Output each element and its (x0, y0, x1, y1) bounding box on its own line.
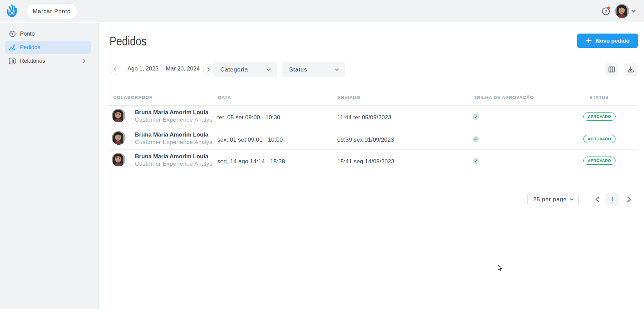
sidebar-item-label: Relatórios (20, 58, 45, 64)
table-row[interactable]: Bruna Maria Amorim Loula Customer Experi… (109, 106, 638, 127)
sidebar: Ponto Pedidos Relatórios (0, 23, 99, 309)
row-sent: 09:39 sex 01/09/2023 (337, 137, 394, 143)
chevron-right-icon (627, 197, 631, 202)
prev-page-button[interactable] (591, 194, 602, 205)
row-date: ter, 05 set 09:00 - 10:30 (217, 114, 280, 121)
date-range-separator: - (162, 65, 164, 72)
table-row[interactable]: Bruna Maria Amorim Loula Customer Experi… (109, 128, 638, 150)
row-avatar (112, 109, 125, 122)
chevron-right-icon (207, 67, 210, 72)
page-title: Pedidos (109, 34, 146, 48)
date-next-button[interactable] (203, 64, 214, 75)
status-badge: APROVADO (583, 135, 616, 143)
submenu-chevron-icon (82, 59, 85, 63)
sidebar-item-ponto[interactable]: Ponto (5, 27, 91, 40)
categoria-select-label: Categoria (220, 66, 248, 73)
download-button[interactable] (624, 63, 637, 76)
reports-icon (9, 58, 16, 64)
check-icon (474, 138, 478, 141)
approval-check-badge (473, 158, 479, 164)
user-avatar[interactable] (615, 4, 629, 18)
status-badge: APROVADO (583, 112, 616, 121)
approval-check-badge (473, 114, 479, 120)
chevron-left-icon (595, 197, 599, 202)
row-avatar (112, 131, 125, 145)
chevron-down-icon (335, 68, 339, 71)
chevron-left-icon (113, 67, 117, 72)
chevron-down-icon (267, 68, 271, 71)
app-logo-hand-icon (7, 4, 17, 18)
status-select[interactable]: Status (282, 62, 345, 77)
status-badge: APROVADO (583, 157, 616, 165)
check-icon (474, 116, 478, 118)
column-header-trilha: TRILHA DE APROVAÇÃO (474, 95, 534, 100)
main-content: Pedidos Novo pedido Ago 1, 2023 - Mar 20… (99, 23, 644, 309)
columns-icon (608, 66, 615, 73)
marcar-ponto-label: Marcar Ponto (33, 8, 71, 15)
page-number-1[interactable]: 1 (606, 193, 619, 206)
collaborator-name: Bruna Maria Amorim Loula (135, 109, 213, 116)
avatar-image (112, 109, 125, 122)
clock-in-icon (9, 30, 16, 37)
topbar: Marcar Ponto ? (0, 0, 644, 22)
categoria-select[interactable]: Categoria (214, 62, 277, 77)
date-range-start[interactable]: Ago 1, 2023 (127, 65, 159, 72)
avatar-image (112, 153, 125, 166)
table-row[interactable]: Bruna Maria Amorim Loula Customer Experi… (109, 150, 638, 171)
chevron-down-icon (570, 198, 573, 201)
plus-icon (586, 38, 592, 44)
help-button[interactable]: ? (601, 7, 611, 16)
status-select-label: Status (289, 66, 307, 73)
row-avatar (112, 153, 125, 166)
collaborator-role: Customer Experience Analyst (135, 161, 213, 167)
user-menu-chevron-icon[interactable] (631, 9, 636, 13)
notification-dot (607, 6, 610, 9)
check-icon (474, 160, 478, 162)
column-header-status: STATUS (589, 95, 609, 100)
column-header-data: DATA (218, 95, 231, 100)
row-sent: 11:44 ter 05/09/2023 (337, 114, 391, 121)
requests-icon (9, 44, 16, 51)
collaborator-name: Bruna Maria Amorim Loula (135, 153, 213, 160)
svg-text:?: ? (605, 9, 607, 14)
sidebar-item-pedidos[interactable]: Pedidos (5, 41, 91, 54)
download-icon (627, 66, 634, 73)
approval-check-badge (473, 136, 479, 142)
per-page-select[interactable]: 25 per page (527, 193, 579, 206)
date-prev-button[interactable] (109, 64, 120, 75)
row-date: sex, 01 set 09:00 - 10:00 (217, 137, 283, 143)
avatar-image (112, 131, 125, 145)
novo-pedido-label: Novo pedido (596, 38, 630, 44)
marcar-ponto-button[interactable]: Marcar Ponto (26, 3, 77, 19)
row-sent: 15:41 seg 14/08/2023 (337, 158, 394, 165)
columns-button[interactable] (605, 63, 618, 76)
sidebar-item-relatorios[interactable]: Relatórios (5, 54, 91, 67)
collaborator-role: Customer Experience Analyst (135, 117, 213, 123)
sidebar-item-label: Pedidos (20, 44, 40, 50)
collaborator-role: Customer Experience Analyst (135, 139, 213, 146)
column-header-colaborador: COLABORADOR (113, 95, 153, 100)
per-page-label: 25 per page (533, 196, 567, 203)
collaborator-name: Bruna Maria Amorim Loula (135, 131, 213, 138)
avatar-image (615, 4, 629, 18)
column-header-enviado: ENVIADO (338, 95, 360, 100)
date-range-end[interactable]: Mar 20, 2024 (166, 65, 200, 72)
novo-pedido-button[interactable]: Novo pedido (577, 34, 638, 48)
row-date: seg, 14 ago 14:14 - 15:38 (217, 158, 285, 165)
sidebar-item-label: Ponto (20, 30, 35, 37)
next-page-button[interactable] (624, 194, 635, 205)
